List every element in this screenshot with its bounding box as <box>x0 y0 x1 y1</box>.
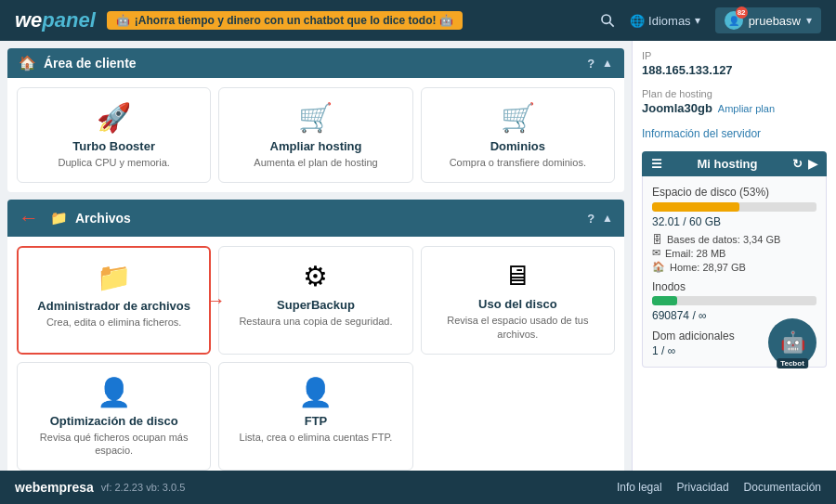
ip-label: IP <box>642 50 827 61</box>
right-sidebar: IP 188.165.133.127 Plan de hosting Jooml… <box>632 41 836 471</box>
footer-link-privacidad[interactable]: Privacidad <box>677 481 729 494</box>
home-detail: 🏠 Home: 28,97 GB <box>652 261 816 273</box>
inodos-total: ∞ <box>699 309 707 322</box>
footer-logo: webempresa <box>15 480 94 495</box>
left-content: 🏠 Área de cliente ? ▲ 🚀 Turbo Booster Du… <box>0 41 632 471</box>
inodos-label: Inodos <box>652 280 816 293</box>
ampliar-hosting-desc: Aumenta el plan de hosting <box>254 156 377 169</box>
ip-value: 188.165.133.127 <box>642 63 827 77</box>
promo-icon: 🤖 <box>116 14 130 27</box>
archivos-actions: ? ▲ <box>587 212 613 226</box>
svg-point-0 <box>602 15 610 23</box>
client-area-actions: ? ▲ <box>587 57 613 71</box>
db-detail: 🗄 Bases de datos: 3,34 GB <box>652 234 816 245</box>
server-info-link[interactable]: Información del servidor <box>642 127 761 140</box>
card-uso-disco[interactable]: 🖥 Uso del disco Revisa el espacio usado … <box>421 246 615 355</box>
disk-total: 60 GB <box>689 215 721 228</box>
user-name: pruebasw <box>749 14 801 28</box>
collapse-icon[interactable]: ▲ <box>602 57 613 70</box>
server-info-block: Información del servidor <box>642 126 827 140</box>
admin-archivos-desc: Crea, edita o elimina ficheros. <box>46 316 182 329</box>
footer: webempresa vf: 2.2.23 vb: 3.0.5 Info leg… <box>0 471 836 504</box>
superbackup-title: SuperBackup <box>277 298 355 312</box>
email-icon: ✉ <box>652 247 660 259</box>
admin-archivos-icon: 📁 <box>97 261 131 293</box>
turbo-booster-desc: Duplica CPU y memoria. <box>58 156 169 169</box>
card-superbackup[interactable]: ⚙ SuperBackup Restaura una copia de segu… <box>218 246 412 355</box>
idiomas-label: Idiomas <box>648 14 691 28</box>
archivos-cards-grid: → 📁 Administrador de archivos Crea, edit… <box>17 246 615 355</box>
video-icon[interactable]: ▶ <box>808 157 817 171</box>
disk-progress-bar-wrap <box>652 202 816 212</box>
uso-disco-title: Uso del disco <box>478 297 557 311</box>
disk-label: Espacio de disco (53%) <box>652 186 816 199</box>
card-ftp[interactable]: 👤 FTP Lista, crea o elimina cuentas FTP. <box>218 362 412 471</box>
superbackup-icon: ⚙ <box>303 260 328 292</box>
dom-section: Dom adicionales 1 / ∞ 🤖 Tecbot <box>652 330 816 357</box>
svg-line-1 <box>609 22 614 27</box>
tecbot-label: Tecbot <box>777 358 808 368</box>
mi-hosting-header: ☰ Mi hosting ↻ ▶ <box>642 151 827 176</box>
inodos-progress-bar <box>652 296 677 305</box>
service-cards-grid: 🚀 Turbo Booster Duplica CPU y memoria. 🛒… <box>17 87 615 183</box>
superbackup-desc: Restaura una copia de seguridad. <box>239 315 392 328</box>
user-menu-button[interactable]: 👤 82 pruebasw ▾ <box>715 7 821 33</box>
dom-used: 1 <box>652 344 659 357</box>
refresh-icon[interactable]: ↻ <box>792 157 803 171</box>
idiomas-button[interactable]: 🌐 Idiomas ▾ <box>630 14 700 28</box>
footer-link-documentacion[interactable]: Documentación <box>744 481 821 494</box>
card-turbo-booster[interactable]: 🚀 Turbo Booster Duplica CPU y memoria. <box>17 87 211 183</box>
promo-bar: 🤖 ¡Ahorra tiempo y dinero con un chatbot… <box>107 11 463 30</box>
red-arrow-section-icon: ← <box>19 206 39 230</box>
mi-hosting-body: Espacio de disco (53%) 32.01 / 60 GB 🗄 B… <box>642 176 827 368</box>
disk-size: 32.01 / 60 GB <box>652 215 816 228</box>
user-chevron-icon: ▾ <box>806 14 812 27</box>
avatar: 👤 82 <box>725 11 743 30</box>
mi-hosting-panel: ☰ Mi hosting ↻ ▶ Espacio de disco (53%) … <box>642 151 827 368</box>
inodos-section: Inodos 690874 / ∞ <box>652 280 816 322</box>
client-area-title: Área de cliente <box>44 56 137 71</box>
topnav-left: wepanel 🤖 ¡Ahorra tiempo y dinero con un… <box>15 8 463 32</box>
help-icon[interactable]: ? <box>587 57 594 71</box>
archivos-cards-grid-2: 👤 Optimización de disco Revisa qué fiche… <box>17 362 615 471</box>
folder-icon: 📁 <box>50 210 68 226</box>
home-detail-icon: 🏠 <box>652 261 665 273</box>
ftp-desc: Lista, crea o elimina cuentas FTP. <box>240 431 393 444</box>
ampliar-plan-link[interactable]: Ampliar plan <box>718 103 775 114</box>
tecbot-avatar: 🤖 Tecbot <box>768 318 816 367</box>
plan-value: Joomla30gb <box>642 101 712 115</box>
archivos-cards-section: → 📁 Administrador de archivos Crea, edit… <box>7 237 624 471</box>
plan-label: Plan de hosting <box>642 88 827 99</box>
service-cards-section: 🚀 Turbo Booster Duplica CPU y memoria. 🛒… <box>7 78 624 192</box>
footer-links: Info legal Privacidad Documentación <box>617 481 821 494</box>
archivos-header: ← 📁 Archivos ? ▲ <box>7 200 624 237</box>
optimizacion-desc: Revisa qué ficheros ocupan más espacio. <box>29 431 199 458</box>
turbo-booster-icon: 🚀 <box>97 101 131 134</box>
mi-hosting-icon: ☰ <box>651 157 662 171</box>
admin-archivos-title: Administrador de archivos <box>37 299 190 313</box>
disk-progress-bar <box>652 202 739 212</box>
archivos-collapse-icon[interactable]: ▲ <box>602 212 613 225</box>
uso-disco-desc: Revisa el espacio usado de tus archivos. <box>433 314 603 341</box>
card-dominios[interactable]: 🛒 Dominios Compra o transfiere dominios. <box>421 87 615 183</box>
card-ampliar-hosting[interactable]: 🛒 Ampliar hosting Aumenta el plan de hos… <box>218 87 412 183</box>
card-admin-archivos[interactable]: → 📁 Administrador de archivos Crea, edit… <box>17 246 211 355</box>
promo-text: ¡Ahorra tiempo y dinero con un chatbot q… <box>135 14 453 27</box>
ampliar-hosting-icon: 🛒 <box>298 101 333 134</box>
footer-link-info-legal[interactable]: Info legal <box>617 481 662 494</box>
card-optimizacion[interactable]: 👤 Optimización de disco Revisa qué fiche… <box>17 362 211 471</box>
search-button[interactable] <box>600 13 615 28</box>
ampliar-hosting-title: Ampliar hosting <box>270 139 362 153</box>
footer-left: webempresa vf: 2.2.23 vb: 3.0.5 <box>15 480 185 495</box>
ip-block: IP 188.165.133.127 <box>642 50 827 77</box>
notification-badge: 82 <box>736 6 748 19</box>
db-icon: 🗄 <box>652 234 662 245</box>
dominios-title: Dominios <box>490 139 545 153</box>
client-area-title-group: 🏠 Área de cliente <box>19 55 137 71</box>
footer-version: vf: 2.2.23 vb: 3.0.5 <box>101 482 186 493</box>
archivos-help-icon[interactable]: ? <box>587 212 594 226</box>
disk-used: 32.01 <box>652 215 680 228</box>
globe-icon: 🌐 <box>630 14 645 28</box>
dominios-desc: Compra o transfiere dominios. <box>450 156 586 169</box>
mi-hosting-icons: ↻ ▶ <box>792 157 817 171</box>
